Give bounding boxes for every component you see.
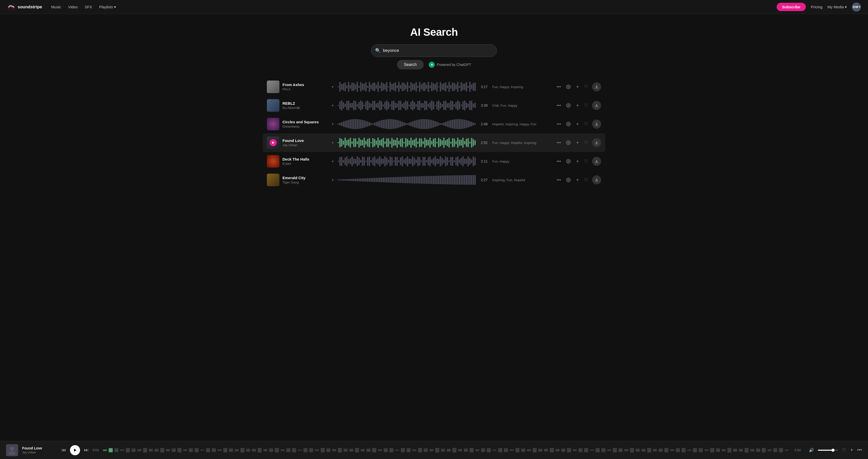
svg-rect-203 <box>400 121 401 127</box>
svg-rect-351 <box>367 157 368 166</box>
track-title: Deck The Halls <box>282 157 328 161</box>
svg-rect-232 <box>450 120 452 128</box>
download-button[interactable] <box>592 157 601 166</box>
like-button[interactable]: ♡ <box>583 83 589 91</box>
track-row[interactable]: Emerald City Tiger Gang ▾ 2:27 Inspiring… <box>263 171 605 189</box>
volume-fill <box>818 450 833 451</box>
player-waveform[interactable] <box>103 445 790 455</box>
player-add-button[interactable]: + <box>850 447 853 453</box>
stem-button[interactable] <box>565 158 572 165</box>
waveform-container[interactable] <box>338 156 476 167</box>
waveform-container[interactable] <box>338 81 476 92</box>
expand-icon[interactable]: ▾ <box>331 121 335 127</box>
nav-video[interactable]: Video <box>68 5 78 9</box>
expand-icon[interactable]: ▾ <box>331 177 335 183</box>
more-options-button[interactable]: ••• <box>556 158 562 165</box>
svg-rect-437 <box>372 178 374 182</box>
waveform-container[interactable] <box>338 119 476 130</box>
like-button[interactable]: ♡ <box>583 176 589 184</box>
svg-rect-455 <box>403 177 405 183</box>
svg-marker-250 <box>272 141 274 144</box>
svg-rect-94 <box>355 101 356 110</box>
download-button[interactable] <box>592 120 601 129</box>
svg-rect-277 <box>383 138 384 148</box>
svg-rect-87 <box>343 102 344 109</box>
player-like-button[interactable]: ♡ <box>842 448 846 453</box>
svg-rect-367 <box>395 157 396 166</box>
svg-rect-622 <box>779 448 783 452</box>
add-to-playlist-button[interactable]: + <box>575 83 580 91</box>
volume-bar[interactable] <box>818 450 838 451</box>
my-media-link[interactable]: My Media ▾ <box>828 5 847 9</box>
nav-music[interactable]: Music <box>51 5 61 9</box>
track-row[interactable]: Found Love Jay Urban ▾ 2:52 Fun, Happy, … <box>263 133 605 152</box>
expand-icon[interactable]: ▾ <box>331 158 335 164</box>
expand-icon[interactable]: ▾ <box>331 84 335 90</box>
like-button[interactable]: ♡ <box>583 139 589 146</box>
track-row[interactable]: From Ashes PALA ▾ 3:17 Fun, Happy, Inspi… <box>263 77 605 96</box>
download-button[interactable] <box>592 175 601 185</box>
svg-rect-276 <box>381 139 382 146</box>
add-to-playlist-button[interactable]: + <box>575 139 580 147</box>
svg-rect-392 <box>438 159 439 164</box>
svg-rect-559 <box>418 448 422 452</box>
svg-rect-550 <box>367 449 371 452</box>
svg-rect-189 <box>376 122 377 126</box>
more-options-button[interactable]: ••• <box>556 177 562 183</box>
stem-button[interactable] <box>565 121 572 128</box>
search-input[interactable] <box>371 44 497 57</box>
waveform-container[interactable] <box>338 137 476 148</box>
svg-rect-159 <box>467 104 469 107</box>
nav-sfx[interactable]: SFX <box>85 5 92 9</box>
svg-rect-72 <box>461 82 462 91</box>
add-to-playlist-button[interactable]: + <box>575 102 580 109</box>
svg-rect-325 <box>466 139 467 147</box>
svg-rect-10 <box>353 83 354 91</box>
subscribe-button[interactable]: Subscribe <box>777 3 806 11</box>
more-options-button[interactable]: ••• <box>556 102 562 109</box>
stem-button[interactable] <box>565 139 572 146</box>
svg-rect-316 <box>450 142 452 144</box>
svg-rect-459 <box>410 176 412 183</box>
track-row[interactable]: Deck The Halls Ender ▾ 2:11 Fun, Happy •… <box>263 152 605 171</box>
svg-rect-131 <box>419 101 420 110</box>
svg-rect-205 <box>403 122 405 126</box>
expand-icon[interactable]: ▾ <box>331 140 335 146</box>
stem-button[interactable] <box>565 83 572 90</box>
more-options-button[interactable]: ••• <box>556 84 562 90</box>
like-button[interactable]: ♡ <box>583 102 589 109</box>
prev-button[interactable]: ⏮ <box>61 448 66 453</box>
next-button[interactable]: ⏭ <box>84 448 89 453</box>
svg-rect-391 <box>436 159 437 164</box>
player-more-button[interactable]: ••• <box>857 448 862 453</box>
svg-rect-311 <box>441 140 443 145</box>
stem-button[interactable] <box>565 102 572 109</box>
add-to-playlist-button[interactable]: + <box>575 176 580 184</box>
pricing-link[interactable]: Pricing <box>811 5 823 9</box>
like-button[interactable]: ♡ <box>583 158 589 165</box>
more-options-button[interactable]: ••• <box>556 139 562 146</box>
nav-playlists[interactable]: Playlists ▾ <box>99 5 116 9</box>
download-button[interactable] <box>592 82 601 91</box>
track-title: Emerald City <box>282 176 328 180</box>
search-button[interactable]: Search <box>397 60 424 69</box>
track-row[interactable]: REBLZ Nu Alkemi$t ▾ 3:39 Chill, Fun, Hap… <box>263 96 605 115</box>
svg-rect-210 <box>412 121 413 127</box>
download-button[interactable] <box>592 101 601 110</box>
stem-button[interactable] <box>565 176 572 184</box>
waveform-container[interactable] <box>338 174 476 186</box>
play-pause-button[interactable] <box>70 445 80 455</box>
download-button[interactable] <box>592 138 601 147</box>
track-row[interactable]: Circles and Squares Dreamlamp ▾ 2:48 Hop… <box>263 115 605 133</box>
svg-rect-300 <box>423 141 424 144</box>
add-to-playlist-button[interactable]: + <box>575 158 580 165</box>
waveform-container[interactable] <box>338 100 476 111</box>
more-options-button[interactable]: ••• <box>556 121 562 127</box>
avatar[interactable]: GW ▾ <box>852 2 861 11</box>
like-button[interactable]: ♡ <box>583 120 589 128</box>
logo[interactable]: soundstripe <box>7 3 42 11</box>
svg-rect-301 <box>424 138 426 147</box>
track-title: Circles and Squares <box>282 120 328 124</box>
expand-icon[interactable]: ▾ <box>331 102 335 108</box>
add-to-playlist-button[interactable]: + <box>575 120 580 128</box>
